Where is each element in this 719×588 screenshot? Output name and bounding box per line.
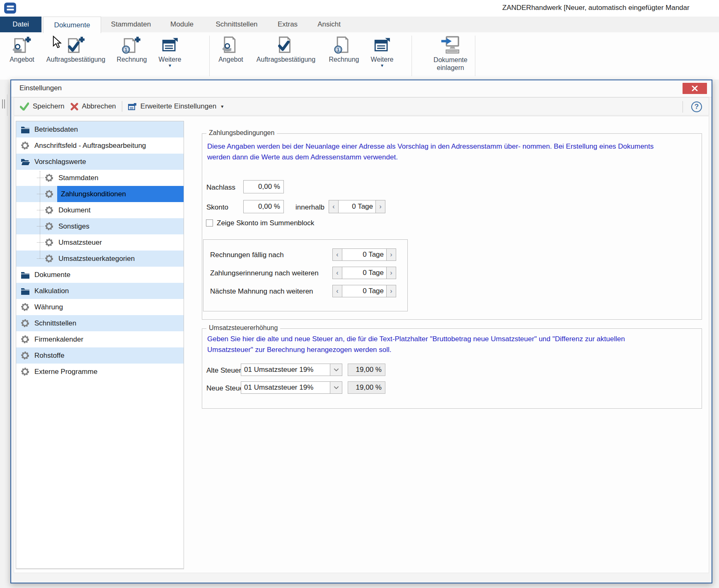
- nachlass-label: Nachlass: [206, 183, 235, 192]
- stepper-decrement-button[interactable]: ‹: [333, 267, 342, 279]
- new-tax-label: Neue Steuer: [206, 384, 246, 393]
- application-window: ZANDERhandwerk [Neuer, automatisch einge…: [0, 0, 719, 588]
- dialog-toolbar: Speichern Abbrechen Erweiterte Einstellu…: [14, 97, 709, 116]
- folder-open-icon: [21, 158, 31, 166]
- ribbon-order-confirmation-button[interactable]: Auftragsbestätigung: [257, 35, 315, 63]
- innerhalb-label: innerhalb: [295, 203, 324, 212]
- gear-icon: [45, 222, 55, 231]
- gear-icon: [21, 367, 31, 376]
- tab-module[interactable]: Module: [165, 17, 199, 32]
- new-tax-select[interactable]: 01 Umsatzsteuer 19%: [241, 381, 342, 394]
- tree-item-sonstiges[interactable]: Sonstiges: [16, 218, 184, 234]
- tree-item-umsatzsteuerkategorien[interactable]: Umsatzsteuerkategorien: [16, 251, 184, 267]
- chevron-down-icon[interactable]: [330, 364, 342, 376]
- ribbon-new-invoice-button[interactable]: 1 Rechnung: [117, 35, 147, 63]
- gear-icon: [21, 303, 31, 311]
- ribbon-new-offer-button[interactable]: Angebot: [10, 35, 34, 63]
- order-confirmation-document-icon: [276, 35, 296, 55]
- tab-stammdaten[interactable]: Stammdaten: [104, 17, 158, 32]
- ribbon-store-documents-button[interactable]: Dokumente einlagern: [427, 35, 474, 72]
- payment-description: Diese Angaben werden bei der Neuanlage e…: [207, 141, 669, 163]
- tab-dokumente[interactable]: Dokumente: [43, 17, 101, 33]
- store-documents-icon: [440, 35, 461, 55]
- next-dunning-value[interactable]: 0 Tage: [342, 285, 386, 297]
- ribbon-invoice-button[interactable]: 1 Rechnung: [329, 35, 359, 63]
- due-dates-box: Rechnungen fällig nach ‹ 0 Tage › Zahlun…: [203, 239, 408, 311]
- save-button[interactable]: Speichern: [20, 102, 65, 111]
- settings-dialog: Einstellungen Speichern Abbrechen: [10, 80, 712, 583]
- tab-ansicht[interactable]: Ansicht: [315, 17, 344, 32]
- chevron-down-icon[interactable]: [330, 382, 342, 393]
- invoice-due-value[interactable]: 0 Tage: [342, 249, 386, 260]
- payment-reminder-stepper: ‹ 0 Tage ›: [332, 267, 396, 279]
- cancel-x-icon: [70, 103, 78, 111]
- old-tax-rate-field: 19,00 %: [348, 364, 385, 376]
- tree-item-anschriftsfeld[interactable]: Anschriftsfeld - Auftragsbearbeitung: [16, 137, 184, 154]
- help-button[interactable]: ?: [691, 101, 702, 112]
- new-order-confirmation-document-icon: [65, 35, 86, 55]
- show-skonto-checkbox-label: Zeige Skonto im Summenblock: [217, 219, 314, 227]
- groupbox-legend: Umsatzsteuererhöhung: [206, 324, 280, 332]
- gear-icon: [21, 141, 31, 150]
- gear-icon: [21, 335, 31, 344]
- cancel-button[interactable]: Abbrechen: [70, 102, 116, 111]
- payment-reminder-label: Zahlungserinnerung nach weiteren: [210, 269, 319, 277]
- vat-description: Geben Sie hier die alte und neue Steuer …: [207, 334, 669, 355]
- ribbon-more-button[interactable]: Weitere ▾: [371, 35, 394, 67]
- tree-item-waehrung[interactable]: Währung: [16, 299, 184, 315]
- stepper-increment-button[interactable]: ›: [375, 200, 385, 213]
- stepper-decrement-button[interactable]: ‹: [333, 285, 342, 297]
- folder-icon: [21, 287, 31, 295]
- svg-text:1: 1: [337, 47, 340, 52]
- tree-item-firmenkalender[interactable]: Firmenkalender: [16, 331, 184, 347]
- tree-connector-line: [40, 171, 40, 259]
- tree-item-umsatzsteuer[interactable]: Umsatzsteuer: [16, 234, 184, 251]
- app-icon: [4, 2, 17, 17]
- ribbon-new-more-button[interactable]: Weitere ▾: [159, 35, 182, 67]
- show-skonto-checkbox[interactable]: [206, 219, 213, 227]
- nachlass-input[interactable]: [243, 180, 284, 193]
- advanced-settings-button[interactable]: Erweiterte Einstellungen ▾: [128, 102, 223, 111]
- tree-item-dokumente[interactable]: Dokumente: [16, 267, 184, 283]
- tab-datei[interactable]: Datei: [0, 17, 41, 32]
- mouse-cursor: [52, 36, 62, 51]
- tab-schnittstellen[interactable]: Schnittstellen: [212, 17, 261, 32]
- settings-tree: Betriebsdaten Anschriftsfeld - Auftragsb…: [16, 121, 184, 569]
- gear-icon: [21, 351, 31, 360]
- old-tax-select[interactable]: 01 Umsatzsteuer 19%: [241, 364, 342, 376]
- toolbar-divider: [683, 101, 683, 113]
- tree-item-vorschlagswerte[interactable]: Vorschlagswerte: [16, 154, 184, 170]
- tree-item-schnittstellen[interactable]: Schnittstellen: [16, 315, 184, 331]
- invoice-due-stepper: ‹ 0 Tage ›: [332, 248, 396, 261]
- checkmark-icon: [20, 102, 29, 111]
- tree-item-rohstoffe[interactable]: Rohstoffe: [16, 347, 184, 364]
- tree-item-externe-programme[interactable]: Externe Programme: [16, 364, 184, 380]
- stepper-increment-button[interactable]: ›: [386, 285, 396, 297]
- skonto-input[interactable]: [243, 200, 284, 213]
- ribbon-offer-button[interactable]: Angebot: [218, 35, 243, 63]
- skonto-label: Skonto: [206, 203, 228, 212]
- ribbon: Angebot Auftragsbestätigung 1 Rechnung: [0, 32, 719, 80]
- tab-extras[interactable]: Extras: [275, 17, 300, 32]
- dialog-title: Einstellungen: [19, 84, 62, 92]
- invoice-document-icon: 1: [334, 35, 354, 55]
- invoice-due-label: Rechnungen fällig nach: [210, 251, 284, 259]
- stepper-increment-button[interactable]: ›: [386, 249, 396, 260]
- tree-item-betriebsdaten[interactable]: Betriebsdaten: [16, 121, 184, 137]
- stepper-decrement-button[interactable]: ‹: [329, 200, 339, 213]
- offer-document-icon: [220, 35, 241, 55]
- payment-reminder-value[interactable]: 0 Tage: [342, 267, 386, 279]
- dropdown-arrow-icon: ▾: [381, 63, 383, 67]
- next-dunning-label: Nächste Mahnung nach weiteren: [210, 287, 313, 296]
- tree-item-stammdaten[interactable]: Stammdaten: [16, 170, 184, 186]
- stepper-decrement-button[interactable]: ‹: [333, 249, 342, 260]
- close-button[interactable]: [683, 83, 707, 94]
- skonto-days-value[interactable]: 0 Tage: [339, 200, 375, 213]
- gear-icon: [45, 206, 55, 214]
- stepper-increment-button[interactable]: ›: [386, 267, 396, 279]
- tree-item-dokument[interactable]: Dokument: [16, 202, 184, 218]
- tree-item-zahlungskonditionen[interactable]: Zahlungskonditionen: [16, 186, 184, 202]
- panel-grip[interactable]: [2, 99, 7, 108]
- tree-item-kalkulation[interactable]: Kalkulation: [16, 283, 184, 299]
- ribbon-group-divider: [475, 36, 475, 76]
